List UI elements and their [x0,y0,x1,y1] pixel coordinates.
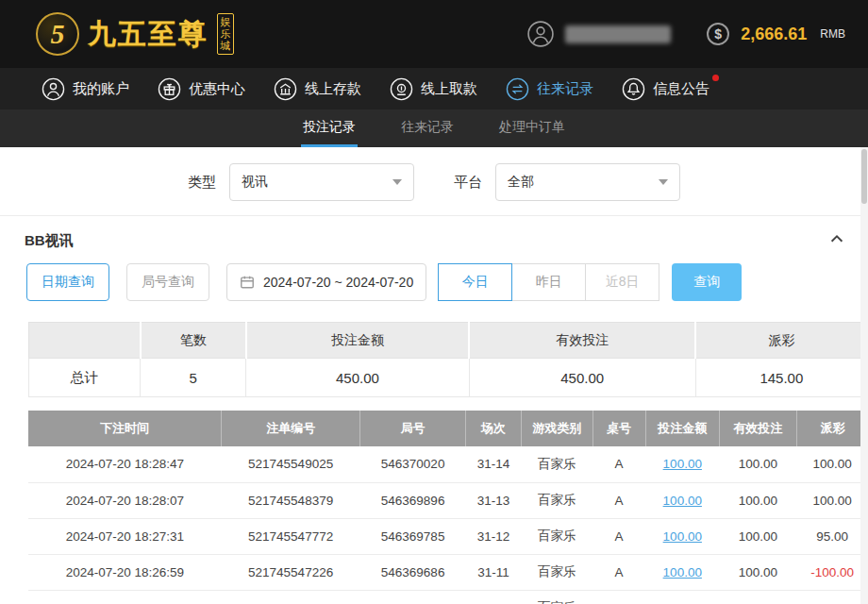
date-query-button[interactable]: 日期查询 [26,263,109,301]
content-area: 类型 视讯 平台 全部 BB视讯 日期查询 局号查询 [0,147,868,604]
bet-table-header-row: 下注时间 注单编号 局号 场次 游戏类别 桌号 投注金额 有效投注 派彩 [28,411,868,446]
table-row: 2024-07-20 18:26:32521745546803546369583… [28,590,868,604]
nav-item-my-account[interactable]: 我的账户 [42,77,129,101]
balance-currency: RMB [820,27,845,41]
vertical-scrollbar-track[interactable] [860,147,868,604]
tab-pending-orders[interactable]: 处理中订单 [497,109,567,147]
balance-amount: 2,666.61 [741,25,807,44]
summary-header-bet-amount: 投注金额 [246,323,469,359]
col-valid-bet: 有效投注 [719,411,796,446]
sub-nav: 投注记录 往来记录 处理中订单 [0,109,868,147]
table-cell: 2024-07-20 18:27:31 [28,518,222,554]
table-row: 2024-07-20 18:28:47521745549025546370020… [28,446,868,482]
type-select-value: 视讯 [242,174,268,191]
today-button[interactable]: 今日 [438,263,512,301]
user-area: $ 2,666.61 RMB [527,21,845,47]
nav-item-promotions[interactable]: 优惠中心 [158,77,245,101]
table-cell[interactable]: 100.00 [645,518,719,554]
table-cell: 521745547772 [222,518,360,554]
filter-row: 类型 视讯 平台 全部 [0,147,868,215]
table-cell: 100.00 [719,482,796,518]
table-cell: 2024-07-20 18:26:32 [28,590,222,604]
yesterday-button[interactable]: 昨日 [511,263,586,301]
bell-circle-icon [622,77,645,101]
nav-label: 线上取款 [421,80,477,98]
bet-table-body: 2024-07-20 18:28:47521745549025546370020… [28,446,868,604]
col-game-type: 游戏类别 [521,411,593,446]
table-cell: A [593,590,645,604]
col-order-id: 注单编号 [222,411,360,446]
table-cell: 95.00 [796,518,868,554]
chevron-down-icon [659,179,668,185]
avatar-icon [527,21,554,47]
table-cell: 546370020 [360,446,466,482]
summary-total-bet: 450.00 [246,359,469,397]
nav-label: 往来记录 [537,80,593,98]
table-cell: 31-14 [466,446,522,482]
vertical-scrollbar-thumb[interactable] [861,149,867,204]
table-cell[interactable]: 100.00 [645,482,719,518]
platform-filter-group: 平台 全部 [454,163,680,201]
gift-circle-icon [158,77,181,101]
round-query-button[interactable]: 局号查询 [126,263,209,301]
table-cell: 31-11 [466,554,522,590]
search-button[interactable]: 查询 [672,263,742,301]
table-cell: 521745548379 [222,482,360,518]
nav-item-announcements[interactable]: 信息公告 [622,77,709,101]
summary-total-valid: 450.00 [469,359,695,397]
summary-total-payout: 145.00 [695,359,867,397]
table-cell[interactable]: 100.00 [645,554,719,590]
bet-records-table: 下注时间 注单编号 局号 场次 游戏类别 桌号 投注金额 有效投注 派彩 202… [28,411,868,604]
username-redacted [565,25,671,43]
table-cell: 31-13 [466,482,522,518]
nav-label: 优惠中心 [189,80,245,98]
type-select[interactable]: 视讯 [229,163,414,201]
summary-total-count: 5 [141,359,246,397]
col-table-no: 桌号 [593,411,645,446]
summary-table: 笔数 投注金额 有效投注 派彩 总计 5 450.00 450.00 145.0… [28,322,868,397]
tab-bet-records[interactable]: 投注记录 [301,109,358,147]
nav-item-withdraw[interactable]: 线上取款 [390,77,477,101]
platform-label: 平台 [454,174,482,192]
dollar-icon: $ [707,23,729,45]
collapse-chevron-up-icon[interactable] [828,230,845,251]
nav-item-transaction-records[interactable]: 往来记录 [506,77,593,101]
table-cell: 546369896 [360,482,466,518]
table-cell: 百家乐 [521,554,593,590]
section-title: BB视讯 [25,232,74,250]
nav-label: 线上存款 [305,80,361,98]
table-cell: 521745549025 [222,446,360,482]
table-cell: 31-12 [466,518,522,554]
col-bet-amount: 投注金额 [645,411,719,446]
platform-select-value: 全部 [508,174,534,191]
table-cell: 100.00 [719,518,796,554]
table-cell: 31-10 [466,590,522,604]
table-cell[interactable]: 100.00 [645,446,719,482]
table-cell: 521745546803 [222,590,360,604]
table-cell: -50.00 [796,590,868,604]
platform-select[interactable]: 全部 [495,163,680,201]
table-cell: 百家乐 [521,518,593,554]
col-payout: 派彩 [796,411,868,446]
main-nav: 我的账户 优惠中心 线上存款 线上取款 往来记录 信息公告 [0,68,868,109]
query-toolbar: 日期查询 局号查询 2024-07-20 ~ 2024-07-20 今日 昨日 … [0,260,868,314]
table-cell: 2024-07-20 18:26:59 [28,554,222,590]
site-logo[interactable]: 5 九五至尊 娱乐城 [36,12,234,56]
date-range-value: 2024-07-20 ~ 2024-07-20 [263,275,413,290]
last-8-days-button[interactable]: 近8日 [585,263,659,301]
summary-total-row: 总计 5 450.00 450.00 145.00 [29,359,868,397]
transfer-record-circle-icon [506,77,529,101]
tab-transaction-records[interactable]: 往来记录 [399,109,456,147]
logo-subtitle: 娱乐城 [217,13,234,55]
type-label: 类型 [188,174,216,192]
deposit-circle-icon [274,77,297,101]
user-circle-icon [42,77,65,101]
date-range-input[interactable]: 2024-07-20 ~ 2024-07-20 [226,263,426,301]
table-cell[interactable]: 50.00 [645,590,719,604]
nav-label: 信息公告 [653,80,709,98]
table-cell: A [593,554,645,590]
section-header: BB视讯 [0,216,868,260]
table-cell: 百家乐 [521,482,593,518]
summary-header-blank [29,323,141,359]
nav-item-deposit[interactable]: 线上存款 [274,77,361,101]
